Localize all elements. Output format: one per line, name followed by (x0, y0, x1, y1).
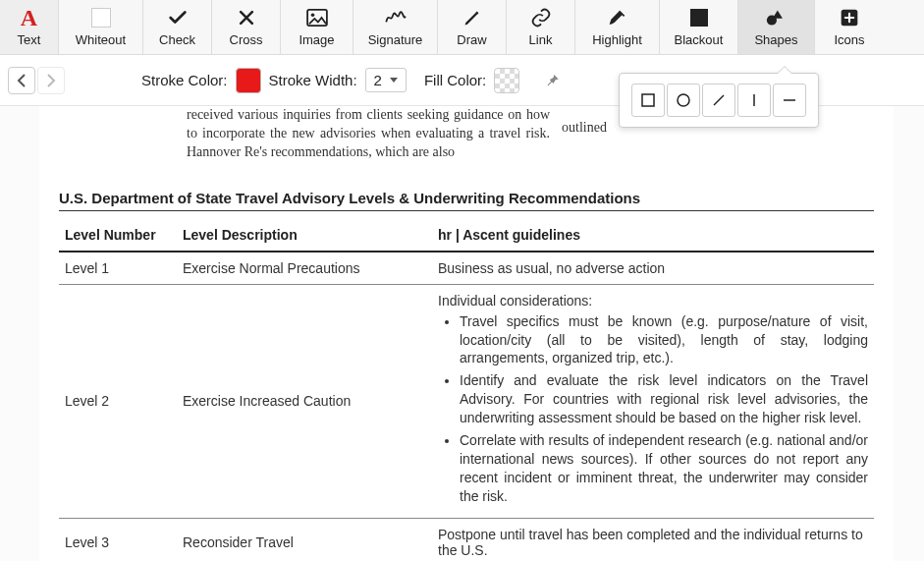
guideline-bullet: Correlate with results of independent re… (460, 431, 868, 506)
shape-circle[interactable] (667, 84, 700, 117)
document-scroll[interactable]: received various inquiries from clients … (0, 106, 924, 561)
nav-group (8, 67, 65, 94)
tool-label: Highlight (592, 32, 642, 47)
cell-guidelines: Postpone until travel has been completed… (432, 518, 874, 561)
svg-line-6 (714, 95, 724, 105)
main-toolbar: A Text Whiteout Check Cross Image Signat… (0, 0, 924, 55)
tool-label: Text (18, 32, 41, 47)
tool-label: Draw (457, 32, 486, 47)
tool-label: Shapes (754, 32, 797, 47)
advisory-table: Level Number Level Description hr | Asce… (59, 219, 874, 561)
tool-label: Signature (368, 32, 423, 47)
tool-icons[interactable]: Icons (815, 0, 884, 54)
circle-icon (676, 92, 691, 108)
tool-image[interactable]: Image (281, 0, 353, 54)
stroke-width-label: Stroke Width: (269, 72, 357, 88)
cell-level-number: Level 1 (59, 252, 177, 285)
stroke-width-select[interactable]: 2 (365, 68, 407, 92)
cell-level-number: Level 2 (59, 284, 177, 518)
guideline-bullet: Identify and evaluate the risk level ind… (460, 371, 868, 427)
blackout-icon (688, 7, 710, 28)
tool-cross[interactable]: Cross (212, 0, 281, 54)
th-guidelines: hr | Ascent guidelines (432, 219, 874, 252)
right-column-fragment: outlined (562, 120, 607, 136)
diagonal-line-icon (711, 92, 727, 108)
tool-shapes[interactable]: Shapes (738, 0, 815, 54)
svg-point-5 (678, 94, 689, 106)
text-icon: A (19, 7, 40, 28)
caret-down-icon (390, 78, 398, 83)
th-level-number: Level Number (59, 219, 177, 252)
nav-prev-button[interactable] (8, 67, 35, 94)
shape-rectangle[interactable] (631, 84, 665, 117)
tool-draw[interactable]: Draw (438, 0, 507, 54)
cell-level-description: Reconsider Travel (177, 518, 432, 561)
plus-square-icon (839, 7, 860, 28)
image-icon (306, 7, 328, 28)
shape-diagonal-line[interactable] (702, 84, 735, 117)
shape-horizontal-line[interactable] (773, 84, 806, 117)
table-row: Level 2Exercise Increased CautionIndivid… (59, 284, 874, 518)
signature-icon (385, 7, 407, 28)
shapes-icon (766, 7, 788, 28)
tool-label: Blackout (675, 32, 724, 47)
tool-label: Cross (230, 32, 263, 47)
pin-icon (543, 72, 561, 89)
cell-level-description: Exercise Increased Caution (177, 284, 432, 518)
tool-text[interactable]: A Text (0, 0, 59, 54)
cell-guidelines: Business as usual, no adverse action (432, 252, 874, 285)
tool-whiteout[interactable]: Whiteout (59, 0, 143, 54)
link-icon (530, 7, 552, 28)
horizontal-line-icon (782, 92, 797, 108)
table-row: Level 1Exercise Normal PrecautionsBusine… (59, 252, 874, 285)
tool-label: Check (159, 32, 195, 47)
cell-level-number: Level 3 (59, 518, 177, 561)
chevron-right-icon (46, 74, 56, 87)
tool-label: Image (299, 32, 334, 47)
pencil-icon (462, 7, 483, 28)
tool-highlight[interactable]: Highlight (575, 0, 660, 54)
stroke-color-label: Stroke Color: (141, 72, 228, 88)
guideline-intro: Individual considerations: (438, 293, 868, 309)
tool-label: Whiteout (76, 32, 126, 47)
vertical-line-icon (746, 92, 762, 108)
document-page: received various inquiries from clients … (39, 106, 894, 561)
table-row: Level 3Reconsider TravelPostpone until t… (59, 518, 874, 561)
tool-signature[interactable]: Signature (353, 0, 438, 54)
th-level-description: Level Description (177, 219, 432, 252)
chevron-left-icon (17, 74, 27, 87)
shapes-panel (619, 73, 819, 128)
highlight-icon (607, 7, 628, 28)
svg-point-1 (310, 14, 314, 18)
fill-color-swatch[interactable] (494, 68, 519, 93)
nav-next-button[interactable] (37, 67, 65, 94)
fill-color-label: Fill Color: (424, 72, 486, 88)
cross-icon (236, 7, 257, 28)
whiteout-icon (90, 7, 112, 28)
shape-vertical-line[interactable] (737, 84, 771, 117)
pin-button[interactable] (537, 66, 567, 95)
tool-link[interactable]: Link (507, 0, 575, 54)
tool-label: Icons (834, 32, 864, 47)
tool-blackout[interactable]: Blackout (660, 0, 738, 54)
section-title: U.S. Department of State Travel Advisory… (59, 190, 874, 211)
tool-check[interactable]: Check (143, 0, 212, 54)
tool-label: Link (529, 32, 553, 47)
stroke-color-swatch[interactable] (236, 68, 261, 93)
guideline-bullet: Travel specifics must be known (e.g. pur… (460, 312, 868, 368)
cell-level-description: Exercise Normal Precautions (177, 252, 432, 285)
guideline-bullets: Travel specifics must be known (e.g. pur… (438, 312, 868, 506)
cell-guidelines: Individual considerations:Travel specifi… (432, 284, 874, 518)
rectangle-icon (641, 93, 655, 107)
check-icon (167, 7, 189, 28)
stroke-width-value: 2 (374, 72, 382, 88)
svg-rect-4 (642, 94, 654, 106)
intro-paragraph: received various inquiries from clients … (187, 106, 550, 162)
